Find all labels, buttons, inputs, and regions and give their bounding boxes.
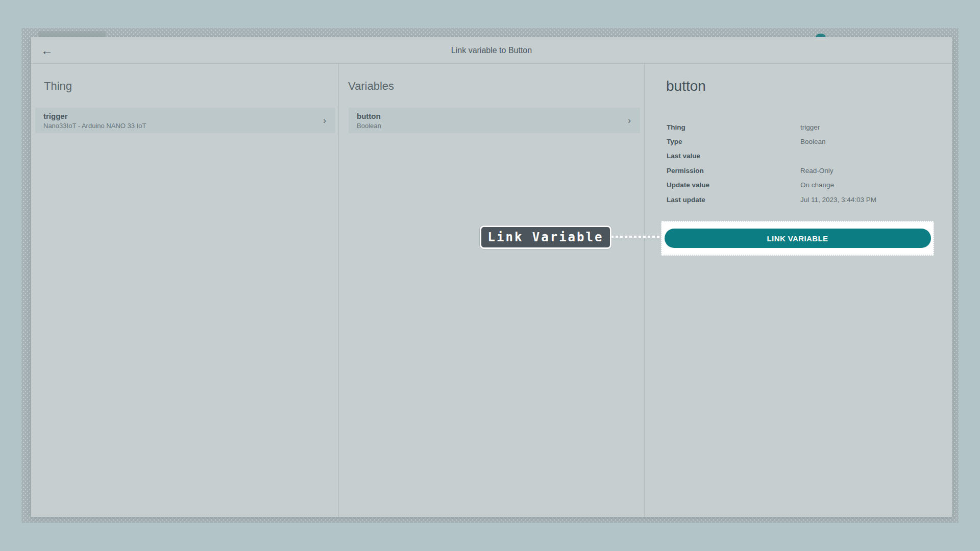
detail-row-last-update: Last update Jul 11, 2023, 3:44:03 PM: [667, 192, 934, 207]
link-variable-button[interactable]: LINK VARIABLE: [665, 229, 931, 248]
detail-value: On change: [800, 181, 834, 189]
detail-label: Last value: [667, 152, 800, 160]
thing-item-text: trigger Nano33IoT - Arduino NANO 33 IoT: [43, 112, 146, 130]
detail-value: Jul 11, 2023, 3:44:03 PM: [800, 196, 876, 204]
detail-value: trigger: [800, 123, 820, 131]
dialog-title: Link variable to Button: [31, 37, 952, 63]
variable-list-item-button[interactable]: button Boolean ›: [349, 108, 640, 133]
variable-details-title: button: [666, 78, 952, 94]
thing-item-description: Nano33IoT - Arduino NANO 33 IoT: [43, 122, 146, 130]
detail-row-last-value: Last value: [667, 149, 934, 163]
link-variable-callout: Link Variable: [480, 226, 611, 249]
detail-label: Last update: [667, 196, 800, 204]
variable-item-name: button: [357, 112, 381, 120]
thing-column-header: Thing: [44, 79, 338, 93]
variables-column-header: Variables: [348, 79, 644, 93]
link-variable-dialog: ← Link variable to Button Thing trigger …: [31, 37, 952, 517]
hidden-app-logo: [38, 31, 106, 37]
callout-connector-line: [611, 236, 662, 238]
detail-value: Read-Only: [800, 167, 834, 174]
detail-label: Update value: [667, 181, 800, 189]
detail-label: Thing: [667, 123, 800, 131]
dialog-header: ← Link variable to Button: [31, 37, 952, 64]
thing-item-name: trigger: [43, 112, 146, 120]
detail-row-permission: Permission Read-Only: [667, 163, 934, 178]
dialog-columns: Thing trigger Nano33IoT - Arduino NANO 3…: [31, 64, 952, 517]
detail-row-update-value: Update value On change: [667, 178, 934, 192]
variable-details-panel: button Thing trigger Type Boolean Last v…: [645, 64, 952, 517]
thing-list-item-trigger[interactable]: trigger Nano33IoT - Arduino NANO 33 IoT …: [35, 108, 335, 133]
thing-column: Thing trigger Nano33IoT - Arduino NANO 3…: [31, 64, 339, 517]
variable-item-text: button Boolean: [357, 112, 381, 130]
variables-column: Variables button Boolean ›: [339, 64, 645, 517]
detail-value: Boolean: [800, 138, 826, 145]
chevron-right-icon: ›: [323, 116, 326, 125]
detail-label: Type: [667, 138, 800, 145]
variable-item-description: Boolean: [357, 122, 381, 130]
detail-row-thing: Thing trigger: [667, 120, 934, 134]
chevron-right-icon: ›: [628, 116, 631, 125]
detail-label: Permission: [667, 167, 800, 174]
variable-details-rows: Thing trigger Type Boolean Last value Pe…: [667, 120, 934, 207]
detail-row-type: Type Boolean: [667, 134, 934, 148]
link-variable-highlight: LINK VARIABLE: [661, 221, 934, 256]
